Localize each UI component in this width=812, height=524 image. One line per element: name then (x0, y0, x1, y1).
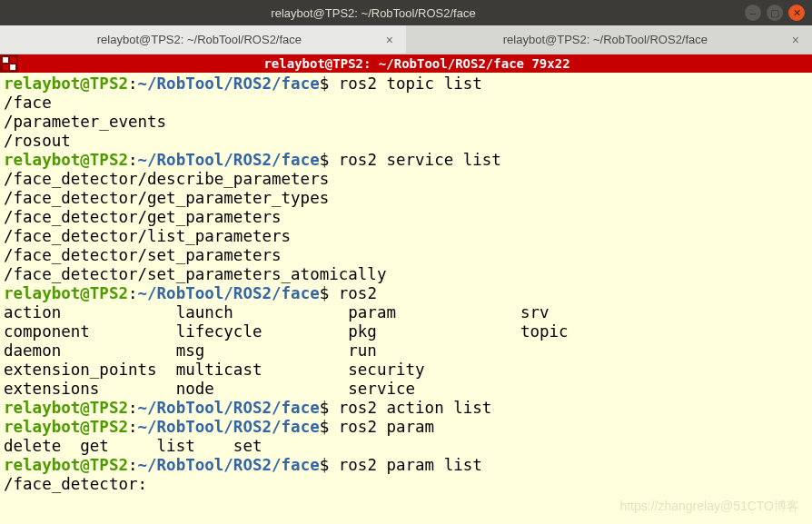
tab-strip: relaybot@TPS2: ~/RobTool/ROS2/face × rel… (0, 25, 812, 54)
tab-2-label: relaybot@TPS2: ~/RobTool/ROS2/face (419, 33, 792, 46)
terminal-body[interactable]: relaybot@TPS2:~/RobTool/ROS2/face$ ros2 … (0, 73, 812, 494)
svg-rect-3 (10, 64, 15, 70)
prompt-path: ~/RobTool/ROS2/face (138, 74, 320, 93)
tab-1[interactable]: relaybot@TPS2: ~/RobTool/ROS2/face × (0, 25, 406, 54)
output-5: delete get list set (4, 437, 310, 455)
output-1: /face /parameter_events /rosout (4, 94, 166, 150)
command-4: ros2 action list (339, 399, 492, 417)
window-titlebar: relaybot@TPS2: ~/RobTool/ROS2/face – ▢ ✕ (0, 0, 812, 25)
command-2: ros2 service list (339, 151, 501, 169)
tab-1-label: relaybot@TPS2: ~/RobTool/ROS2/face (13, 33, 386, 46)
minimize-button[interactable]: – (745, 5, 761, 21)
output-2: /face_detector/describe_parameters /face… (4, 170, 386, 283)
svg-rect-2 (3, 64, 8, 70)
tab-1-close-icon[interactable]: × (386, 33, 393, 47)
svg-rect-1 (10, 57, 15, 63)
terminal-statusbar: relaybot@TPS2: ~/RobTool/ROS2/face 79x22 (0, 54, 812, 73)
maximize-button[interactable]: ▢ (767, 5, 783, 21)
window-title: relaybot@TPS2: ~/RobTool/ROS2/face (7, 6, 739, 20)
command-6: ros2 param list (339, 456, 482, 474)
statusbar-text: relaybot@TPS2: ~/RobTool/ROS2/face 79x22 (22, 56, 812, 71)
watermark: https://zhangrelay@51CTO博客 (619, 499, 799, 515)
command-3: ros2 (339, 284, 387, 302)
svg-rect-0 (3, 57, 8, 63)
tab-2[interactable]: relaybot@TPS2: ~/RobTool/ROS2/face × (406, 25, 812, 54)
output-6: /face_detector: (4, 475, 147, 493)
output-3: action launch param srv component lifecy… (4, 303, 693, 398)
close-button[interactable]: ✕ (788, 5, 805, 21)
command-1: ros2 topic list (339, 74, 482, 93)
tab-2-close-icon[interactable]: × (792, 33, 799, 47)
command-5: ros2 param (339, 418, 444, 436)
terminal-app-icon (0, 54, 18, 73)
prompt-user: relaybot@TPS2 (4, 74, 128, 93)
